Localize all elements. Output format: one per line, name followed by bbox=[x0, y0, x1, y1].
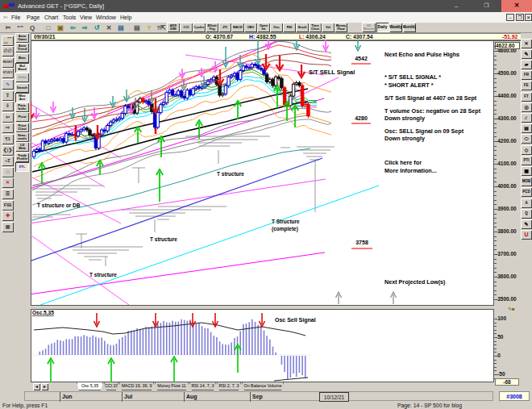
svg-text:S/T SELL Signal: S/T SELL Signal bbox=[309, 69, 355, 76]
svg-text:Osc: SELL Signal on 09 Sept: Osc: SELL Signal on 09 Sept bbox=[384, 127, 464, 135]
svg-text:T volume Osc: negative on 28 S: T volume Osc: negative on 28 Sept bbox=[384, 107, 481, 115]
svg-text:4280: 4280 bbox=[355, 115, 368, 121]
svg-text:Osc Sell Signal: Osc Sell Signal bbox=[275, 317, 316, 323]
svg-text:3758: 3758 bbox=[355, 240, 368, 245]
svg-text:T Structure: T Structure bbox=[272, 219, 300, 224]
svg-text:T structure or DB: T structure or DB bbox=[37, 202, 81, 208]
svg-text:T structure: T structure bbox=[150, 236, 177, 242]
svg-text:More Information...: More Information... bbox=[384, 167, 437, 174]
svg-text:4542: 4542 bbox=[355, 56, 368, 61]
svg-text:Next Projected Low(s): Next Projected Low(s) bbox=[384, 278, 446, 286]
svg-text:* S/T SELL SIGNAL *: * S/T SELL SIGNAL * bbox=[384, 73, 441, 81]
svg-text:* SHORT ALERT *: * SHORT ALERT * bbox=[384, 81, 434, 89]
svg-text:T structure: T structure bbox=[89, 272, 117, 278]
svg-text:Click here for: Click here for bbox=[384, 159, 422, 166]
svg-text:Next Echo and Pulse Highs: Next Echo and Pulse Highs bbox=[384, 51, 459, 58]
svg-text:Down strongly: Down strongly bbox=[384, 135, 425, 142]
svg-text:S/T Sell Signal at 4407 on 28: S/T Sell Signal at 4407 on 28 Sept bbox=[384, 94, 477, 102]
svg-text:(complete): (complete) bbox=[272, 226, 298, 232]
svg-text:Osc.5,35: Osc.5,35 bbox=[32, 310, 54, 316]
svg-text:Down strongly: Down strongly bbox=[384, 115, 425, 122]
svg-text:T structure: T structure bbox=[217, 171, 244, 177]
